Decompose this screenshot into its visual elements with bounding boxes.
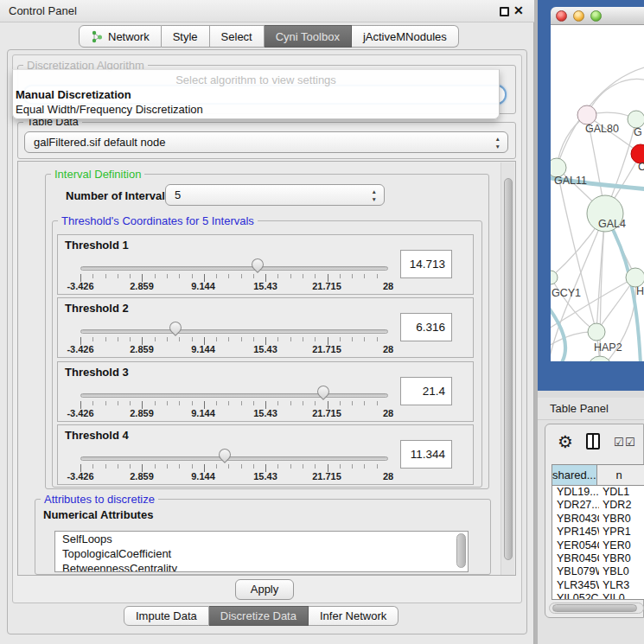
- cell[interactable]: YDR27...: [552, 499, 599, 512]
- horizontal-scrollbar[interactable]: [549, 603, 644, 614]
- spinner-arrows-icon: ▲▼: [372, 188, 377, 203]
- tick-label: 15.43: [253, 344, 277, 354]
- node-pink[interactable]: [577, 105, 596, 124]
- cell[interactable]: YPR1: [599, 526, 644, 539]
- cell[interactable]: YBR0: [599, 513, 644, 526]
- node-attribute-table: shared... n YDL19...YDL1 YDR27...YDR2 YB…: [552, 464, 644, 600]
- zoom-traffic-light-icon[interactable]: [590, 10, 602, 22]
- algorithm-dropdown-popup: Select algorithm to view settings Manual…: [12, 69, 500, 119]
- scrollbar-thumb[interactable]: [552, 604, 637, 612]
- node-hap2[interactable]: [588, 323, 605, 341]
- columns-icon[interactable]: [586, 433, 600, 450]
- panel-title: Control Panel: [9, 4, 77, 17]
- cell[interactable]: YDL19...: [552, 486, 599, 499]
- table-row[interactable]: YLR345WYLR3: [552, 579, 644, 592]
- group-title: Interval Definition: [51, 168, 144, 181]
- minimize-traffic-light-icon[interactable]: [573, 10, 584, 22]
- tab-label: Select: [221, 30, 252, 43]
- tab-cyni-toolbox[interactable]: Cyni Toolbox: [265, 25, 352, 48]
- attributes-list[interactable]: SelfLoops TopologicalCoefficient Between…: [54, 531, 469, 572]
- table-row[interactable]: YBL079WYBL0: [552, 565, 644, 578]
- tick-label: 21.715: [312, 281, 341, 291]
- cell[interactable]: YIL052C: [552, 592, 599, 600]
- cell[interactable]: YBL079W: [552, 565, 599, 578]
- cell[interactable]: YER0: [599, 539, 644, 552]
- node-label-gal11: GAL11: [554, 175, 587, 187]
- spinner-value: 5: [175, 188, 181, 201]
- cell[interactable]: YDL1: [599, 486, 644, 499]
- tab-label: Discretize Data: [220, 609, 296, 622]
- threshold-2-value-field[interactable]: 6.316: [400, 313, 452, 341]
- table-row[interactable]: YBR043CYBR0: [552, 513, 644, 526]
- tick-label: 28: [383, 408, 393, 418]
- cell[interactable]: YBL0: [599, 565, 644, 578]
- node-label-gal80: GAL80: [585, 123, 619, 135]
- cell[interactable]: YPR145W: [552, 526, 599, 539]
- threshold-3-value-field[interactable]: 21.4: [400, 377, 452, 405]
- network-canvas[interactable]: GAL80 G GAL11 C GAL4 GCY1 H HAP2: [551, 25, 644, 361]
- checkbox-icon[interactable]: ☑: [614, 436, 624, 449]
- cell[interactable]: YIL0: [599, 592, 644, 600]
- list-item[interactable]: SelfLoops: [55, 532, 468, 546]
- node-bottom[interactable]: [588, 356, 612, 361]
- cell[interactable]: YBR045C: [552, 552, 599, 565]
- dropdown-item-manual-discretization[interactable]: Manual Discretization: [16, 88, 131, 101]
- dropdown-item-equal-width[interactable]: Equal Width/Frequency Discretization: [16, 103, 203, 116]
- threshold-1-slider[interactable]: [80, 266, 388, 271]
- column-header-shared-name[interactable]: shared...: [552, 465, 597, 485]
- threshold-4-value-field[interactable]: 11.344: [400, 440, 452, 469]
- table-row[interactable]: YER054CYER0: [552, 539, 644, 552]
- tab-label: Network: [108, 30, 150, 43]
- tab-select[interactable]: Select: [210, 25, 265, 48]
- gear-icon[interactable]: ⚙: [558, 431, 573, 452]
- table-row[interactable]: YDR27...YDR2: [552, 499, 644, 512]
- node-label-g: G: [634, 126, 642, 138]
- table-data-combobox[interactable]: galFiltered.sif default node ▲▼: [24, 131, 508, 153]
- threshold-3-card: Threshold 3 -3.426 2.859 9.144 15.43 21.…: [57, 361, 474, 422]
- cell[interactable]: YDR2: [599, 499, 644, 512]
- apply-button[interactable]: Apply: [235, 579, 294, 600]
- cell[interactable]: YBR043C: [552, 513, 599, 526]
- cell[interactable]: YLR345W: [552, 579, 599, 592]
- checkbox-icon[interactable]: ☑: [625, 436, 635, 449]
- table-row[interactable]: YBR045CYBR0: [552, 552, 644, 565]
- scrollbar-thumb[interactable]: [504, 178, 513, 560]
- slider-ticks: [80, 274, 389, 282]
- column-header-name[interactable]: n: [597, 465, 644, 485]
- number-of-intervals-spinner[interactable]: 5 ▲▼: [165, 184, 385, 206]
- close-icon[interactable]: ✕: [513, 3, 524, 17]
- tab-jactivemnodules[interactable]: jActiveMNodules: [352, 25, 459, 48]
- slider-ticks: [80, 401, 389, 409]
- threshold-label: Threshold 3: [65, 366, 129, 379]
- node-right[interactable]: [626, 268, 644, 287]
- list-scrollbar-thumb[interactable]: [456, 533, 466, 568]
- tab-impute-data[interactable]: Impute Data: [124, 606, 209, 626]
- number-of-intervals-label: Number of Intervals: [66, 189, 171, 202]
- threshold-2-slider[interactable]: [80, 329, 388, 334]
- close-traffic-light-icon[interactable]: [556, 10, 567, 22]
- table-row[interactable]: YDL19...YDL1: [552, 486, 644, 499]
- control-panel-titlebar: Control Panel ✕: [0, 0, 534, 22]
- threshold-4-slider[interactable]: [80, 456, 388, 461]
- cell[interactable]: YER054C: [552, 539, 599, 552]
- tab-style[interactable]: Style: [162, 25, 210, 48]
- table-row[interactable]: YIL052CYIL0: [552, 592, 644, 600]
- float-window-icon[interactable]: [500, 7, 509, 16]
- cell[interactable]: YBR0: [599, 552, 644, 565]
- numerical-attributes-label: Numerical Attributes: [43, 508, 153, 521]
- node-green[interactable]: [628, 111, 644, 128]
- threshold-1-value-field[interactable]: 14.713: [400, 250, 452, 278]
- cell[interactable]: YLR3: [599, 579, 644, 592]
- tick-label: 9.144: [191, 471, 215, 481]
- top-tab-bar: Network Style Select Cyni Toolbox jActiv…: [79, 25, 459, 48]
- tab-infer-network[interactable]: Infer Network: [309, 606, 399, 626]
- threshold-3-slider[interactable]: [80, 393, 388, 398]
- tab-discretize-data[interactable]: Discretize Data: [209, 606, 309, 626]
- list-item[interactable]: TopologicalCoefficient: [55, 546, 468, 561]
- tab-network[interactable]: Network: [79, 25, 162, 48]
- vertical-scrollbar[interactable]: [501, 163, 514, 575]
- list-item[interactable]: BetweennessCentrality: [55, 561, 468, 572]
- table-row[interactable]: YPR145WYPR1: [552, 526, 644, 539]
- tick-label: 28: [383, 344, 393, 354]
- tick-label: 2.859: [130, 408, 154, 418]
